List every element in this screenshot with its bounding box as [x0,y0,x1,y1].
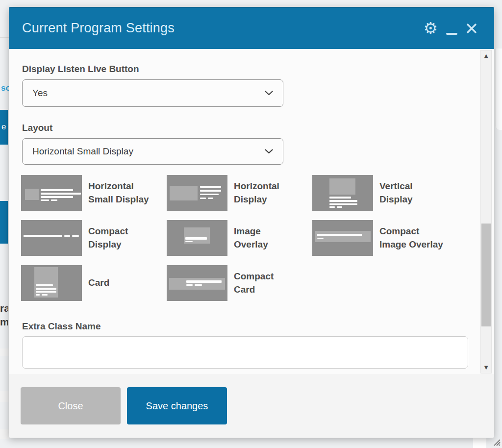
background-text-fragment: m [0,316,8,328]
background-panel-edge [495,49,502,130]
chevron-down-icon [265,91,273,96]
layout-option-horizontal-display[interactable]: Horizontal Display [167,175,312,211]
background-divider [0,37,9,38]
background-button-fragment [0,201,8,244]
extra-class-label: Extra Class Name [22,320,465,333]
save-changes-button[interactable]: Save changes [127,387,227,424]
background-link-fragment: so [1,83,9,94]
layout-option-image-overlay[interactable]: Image Overlay [167,220,312,256]
option-label: Card [88,276,109,289]
chevron-down-icon [265,149,273,154]
layout-option-card[interactable]: Card [21,265,167,301]
background-button-fragment: e [0,110,8,145]
scroll-up-icon[interactable]: ▲ [481,53,491,59]
layout-thumbnail-card [21,265,82,301]
close-button[interactable]: Close [21,387,121,424]
dialog-footer: Close Save changes [9,374,494,438]
listen-live-select[interactable]: Yes [22,79,283,107]
background-stripe [0,348,9,356]
minimize-icon[interactable] [446,33,457,35]
layout-value: Horizontal Small Display [32,146,133,157]
close-icon[interactable] [466,23,477,34]
layout-thumbnail-compact-card [167,265,227,301]
layout-select[interactable]: Horizontal Small Display [22,138,283,165]
page-background: so e ra m Current Program Settings ⚙ [0,0,502,448]
background-text-fragment: ra [0,302,8,314]
listen-live-value: Yes [32,88,48,99]
gear-icon[interactable]: ⚙ [423,20,438,36]
scroll-down-icon[interactable]: ▼ [481,365,491,371]
program-settings-dialog: Current Program Settings ⚙ Display Liste… [9,7,494,438]
layout-option-compact-image-overlay[interactable]: Compact Image Overlay [312,220,458,256]
option-label: Image Overlay [234,225,268,250]
background-stripe [0,391,9,402]
layout-thumbnail-compact-image-overlay [312,220,373,256]
scrollbar[interactable]: ▲ ▼ [480,50,492,373]
dialog-body: Display Listen Live Button Yes Layout Ho… [9,49,494,374]
header-icons: ⚙ [423,20,477,36]
scrollbar-thumb[interactable] [481,224,491,326]
option-label: Vertical Display [379,180,413,205]
layout-thumbnail-vertical-display [312,175,373,211]
layout-thumbnail-image-overlay [167,220,227,256]
option-label: Horizontal Display [234,180,279,205]
layout-label: Layout [22,122,465,134]
listen-live-label: Display Listen Live Button [22,63,465,75]
option-label: Horizontal Small Display [88,180,149,205]
dialog-header: Current Program Settings ⚙ [9,7,494,49]
layout-option-horizontal-small-display[interactable]: Horizontal Small Display [21,175,167,211]
layout-option-compact-display[interactable]: Compact Display [21,220,167,256]
background-stripe [0,429,9,439]
resize-grip-icon[interactable] [492,438,502,448]
option-label: Compact Display [88,225,128,250]
dialog-title: Current Program Settings [22,21,175,36]
option-label: Compact Card [234,270,274,296]
layout-thumbnail-horizontal-small-display [21,175,82,211]
background-notch [473,438,486,448]
layout-options-grid: Horizontal Small Display Horizontal Disp… [21,175,465,301]
layout-option-vertical-display[interactable]: Vertical Display [312,175,458,211]
layout-thumbnail-compact-display [21,220,82,256]
option-label: Compact Image Overlay [379,225,443,250]
extra-class-input[interactable] [22,336,468,369]
layout-thumbnail-horizontal-display [167,175,227,211]
layout-option-compact-card[interactable]: Compact Card [167,265,312,301]
